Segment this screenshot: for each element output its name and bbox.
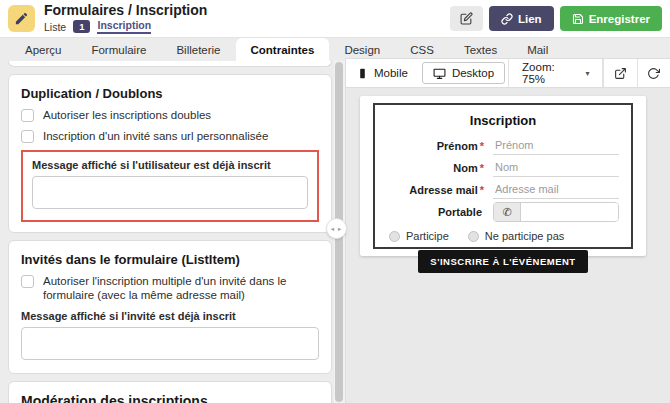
checkbox-label: Autoriser l'inscription multiple d'un in… [43, 274, 319, 302]
radio-icon[interactable] [389, 231, 400, 242]
tab-apercu[interactable]: Aperçu [10, 38, 76, 61]
checkbox-label: Inscription d'un invité sans url personn… [43, 129, 268, 143]
radio-label: Participe [406, 230, 449, 242]
submit-row: S'INSCRIRE À L'ÉVÉNEMENT [387, 250, 619, 273]
checkbox-inscription-multiple[interactable] [21, 275, 34, 288]
radio-participe[interactable]: Participe [389, 230, 449, 242]
section-title-duplication: Duplication / Doublons [21, 86, 319, 101]
tab-billeterie[interactable]: Billeterie [161, 38, 235, 61]
subscribe-button[interactable]: S'INSCRIRE À L'ÉVÉNEMENT [418, 250, 587, 273]
save-icon [572, 13, 584, 25]
form-row-prenom: Prénom* [387, 137, 619, 155]
checkbox-row-invite-sans-url: Inscription d'un invité sans url personn… [21, 129, 319, 143]
field-label: Prénom* [387, 140, 493, 152]
tab-design[interactable]: Design [329, 38, 395, 61]
field-label: Adresse mail* [387, 184, 493, 196]
tab-mail[interactable]: Mail [512, 38, 563, 61]
card-invites: Invités dans le formulaire (ListItem) Au… [8, 240, 332, 374]
required-mark: * [480, 140, 484, 152]
desktop-icon [433, 67, 446, 80]
message-utilisateur-label: Message affiché si l'utilisateur est déj… [32, 159, 308, 171]
rendered-form: Inscription Prénom* Nom* Adresse mail* P… [373, 103, 633, 249]
section-title-moderation: Modération des inscriptions [21, 393, 319, 403]
checkbox-row-inscription-multiple: Autoriser l'inscription multiple d'un in… [21, 274, 319, 302]
tab-css[interactable]: CSS [395, 38, 449, 61]
message-invite-textarea[interactable] [21, 327, 319, 360]
edit-button[interactable] [450, 6, 483, 31]
message-utilisateur-textarea[interactable] [32, 176, 308, 209]
checkbox-label: Autoriser les inscriptions doubles [43, 108, 211, 122]
device-mobile-button[interactable]: Mobile [346, 59, 419, 87]
field-label: Nom* [387, 162, 493, 174]
radio-label: Ne participe pas [485, 230, 565, 242]
preview-panel: Mobile Desktop Zoom: 75% ▾ [345, 58, 670, 403]
field-label-text: Nom [453, 162, 477, 174]
preview-toolbar: Mobile Desktop Zoom: 75% ▾ [346, 58, 670, 88]
pencil-brand-icon [8, 5, 35, 32]
field-label: Portable [387, 206, 493, 218]
subnav-liste[interactable]: Liste [44, 21, 66, 33]
form-title: Inscription [387, 113, 619, 128]
adresse-mail-input[interactable] [493, 182, 619, 199]
subnav-inscription-active[interactable]: Inscription [97, 19, 151, 34]
refresh-icon [647, 67, 660, 80]
resize-arrows-icon: ◂ ▸ [331, 225, 342, 233]
tab-formulaire[interactable]: Formulaire [76, 38, 161, 61]
title-block: Formulaires / Inscription Liste 1 Inscri… [44, 3, 207, 34]
participation-radio-group: Participe Ne participe pas [389, 230, 619, 242]
section-title-invites: Invités dans le formulaire (ListItem) [21, 252, 319, 267]
portable-input-group: ✆ [493, 202, 619, 222]
checkbox-invite-sans-url[interactable] [21, 130, 34, 143]
zoom-dropdown[interactable]: Zoom: 75% ▾ [508, 59, 603, 87]
preview-page: Inscription Prénom* Nom* Adresse mail* P… [360, 96, 646, 256]
device-desktop-button[interactable]: Desktop [422, 62, 505, 84]
tab-textes[interactable]: Textes [449, 38, 512, 61]
prenom-input[interactable] [493, 138, 619, 155]
zoom-level-value: Zoom: 75% [522, 61, 579, 85]
tab-contraintes[interactable]: Contraintes [236, 38, 330, 61]
form-row-portable: Portable ✆ [387, 203, 619, 221]
field-label-text: Adresse mail [409, 184, 477, 196]
app-header: Formulaires / Inscription Liste 1 Inscri… [0, 0, 670, 38]
page-title: Formulaires / Inscription [44, 3, 207, 18]
settings-panel: Duplication / Doublons Autoriser les ins… [8, 61, 332, 403]
refresh-preview-button[interactable] [637, 59, 670, 87]
card-partial-top [8, 61, 332, 67]
field-label-text: Prénom [437, 140, 478, 152]
save-button-label: Enregistrer [589, 13, 650, 25]
save-button[interactable]: Enregistrer [560, 6, 662, 31]
form-row-adresse-mail: Adresse mail* [387, 181, 619, 199]
lien-button[interactable]: Lien [489, 6, 554, 31]
checkbox-autoriser-doubles[interactable] [21, 109, 34, 122]
highlighted-message-group: Message affiché si l'utilisateur est déj… [21, 150, 319, 222]
caret-down-icon: ▾ [585, 69, 589, 78]
radio-ne-participe-pas[interactable]: Ne participe pas [468, 230, 565, 242]
mobile-icon [357, 67, 368, 80]
tab-bar: Aperçu Formulaire Billeterie Contraintes… [0, 38, 670, 61]
header-actions: Lien Enregistrer [450, 6, 662, 31]
field-label-text: Portable [438, 206, 482, 218]
preview-body: Inscription Prénom* Nom* Adresse mail* P… [346, 88, 670, 256]
edit-icon [460, 12, 473, 25]
open-external-button[interactable] [603, 59, 636, 87]
breadcrumb: Liste 1 Inscription [44, 19, 207, 34]
form-row-nom: Nom* [387, 159, 619, 177]
lien-button-label: Lien [518, 13, 542, 25]
count-badge: 1 [73, 20, 90, 33]
card-duplication: Duplication / Doublons Autoriser les ins… [8, 74, 332, 233]
card-moderation: Modération des inscriptions Activer la m… [8, 381, 332, 403]
device-desktop-label: Desktop [452, 67, 494, 79]
phone-icon: ✆ [494, 203, 521, 221]
message-invite-label: Message affiché si l'invité est déjà ins… [21, 310, 319, 322]
radio-icon[interactable] [468, 231, 479, 242]
checkbox-row-inscriptions-doubles: Autoriser les inscriptions doubles [21, 108, 319, 122]
nom-input[interactable] [493, 160, 619, 177]
pencil-icon [14, 11, 29, 26]
link-icon [501, 13, 513, 25]
share-external-icon [614, 67, 627, 80]
portable-input[interactable] [521, 203, 618, 221]
split-resize-handle[interactable]: ◂ ▸ [326, 218, 347, 239]
device-mobile-label: Mobile [374, 67, 408, 79]
required-mark: * [480, 184, 484, 196]
required-mark: * [480, 162, 484, 174]
